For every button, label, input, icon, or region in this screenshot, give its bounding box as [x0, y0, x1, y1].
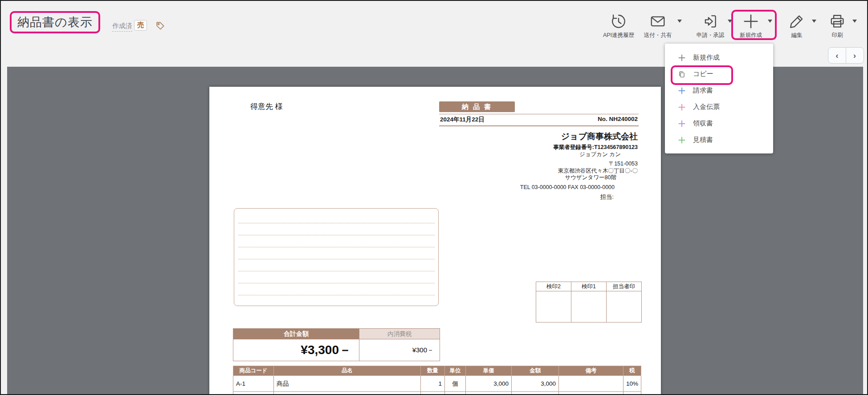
stamp-table: 検印2 検印1 担当者印 — [536, 282, 642, 322]
col-header: 金額 — [512, 366, 559, 376]
submit-icon — [702, 13, 718, 29]
send-share-label: 送付・共有 — [644, 32, 672, 39]
company-name: ジョブ商事株式会社 — [520, 131, 638, 142]
item-qty: 1 — [421, 376, 445, 392]
col-header: 備考 — [559, 366, 623, 376]
chevron-right-icon: › — [853, 51, 856, 60]
item-price: 3,000 — [466, 376, 512, 392]
company-telfax: TEL 03-0000-0000 FAX 03-0000-0000 — [520, 184, 638, 191]
ruled-line — [238, 271, 435, 271]
document-header: 納 品 書 2024年11月22日 No. NH240002 — [439, 101, 639, 126]
menu-item-copy[interactable]: コピー — [665, 66, 773, 82]
plus-icon — [678, 104, 685, 111]
stamp-cell — [536, 291, 571, 322]
stamp-header: 担当者印 — [607, 282, 642, 291]
col-header: 品名 — [274, 366, 421, 376]
table-row: A-1 商品 1 個 3,000 3,000 10% — [233, 376, 641, 392]
document-date: 2024年11月22日 — [440, 116, 485, 124]
apply-approve-label: 申請・承認 — [697, 32, 725, 39]
col-header: 単位 — [445, 366, 466, 376]
document-title: 納 品 書 — [439, 101, 515, 112]
item-code: A-1 — [233, 376, 274, 392]
menu-item-quotation[interactable]: 見積書 — [665, 132, 773, 148]
document-number: No. NH240002 — [598, 116, 638, 124]
ruled-line — [238, 235, 435, 235]
history-icon — [611, 13, 627, 29]
api-history-label: API連携履歴 — [603, 32, 634, 39]
menu-item-label: 見積書 — [693, 136, 713, 144]
plus-icon — [678, 54, 685, 61]
ruled-line — [238, 283, 435, 283]
menu-item-create-new[interactable]: 新規作成 — [665, 49, 773, 66]
plus-icon — [678, 87, 685, 94]
apply-approve-button[interactable]: 申請・承認 — [691, 13, 730, 39]
total-amount-value: ¥3,300－ — [233, 339, 359, 361]
edit-button[interactable]: 編集 — [784, 13, 809, 39]
ruled-line — [238, 295, 435, 295]
col-header: 数量 — [421, 366, 445, 376]
tag-icon[interactable] — [155, 21, 165, 33]
pencil-icon — [789, 13, 805, 29]
menu-item-label: 請求書 — [693, 86, 713, 95]
ruled-line — [238, 247, 435, 247]
prev-page-button[interactable]: ‹ — [828, 47, 846, 64]
page-title-highlight: 納品書の表示 — [10, 11, 100, 33]
item-name: 商品 — [274, 376, 421, 392]
copy-icon — [678, 70, 685, 78]
chevron-down-icon[interactable] — [677, 20, 682, 23]
company-person: ジョブカン カン — [520, 151, 638, 158]
company-address2: サウザンタワー80階 — [520, 174, 638, 181]
next-page-button[interactable]: › — [846, 47, 864, 64]
menu-item-label: コピー — [693, 70, 713, 78]
create-new-highlight — [731, 10, 777, 40]
menu-item-label: 入金伝票 — [693, 103, 720, 111]
chevron-down-icon[interactable] — [812, 20, 816, 23]
print-button[interactable]: 印刷 — [825, 13, 850, 39]
col-header: 税 — [623, 366, 641, 376]
items-table: 商品コード 品名 数量 単位 単価 金額 備考 税 A-1 商品 1 個 3,0… — [233, 366, 641, 394]
sale-badge: 売 — [134, 20, 147, 31]
total-amount-header: 合計金額 — [233, 329, 359, 339]
divider — [439, 125, 639, 126]
col-header: 単価 — [466, 366, 512, 376]
company-registration: 事業者登録番号:T1234567890123 — [520, 144, 638, 151]
ruled-line — [238, 259, 435, 259]
menu-item-receipt[interactable]: 領収書 — [665, 115, 773, 132]
status-badge[interactable]: 作成済 — [112, 22, 132, 32]
item-unit: 個 — [445, 376, 466, 392]
printer-icon — [829, 13, 845, 29]
send-share-button[interactable]: 送付・共有 — [640, 13, 676, 39]
issuer-block: ジョブ商事株式会社 事業者登録番号:T1234567890123 ジョブカン カ… — [520, 131, 638, 201]
envelope-icon — [650, 13, 666, 29]
print-label: 印刷 — [832, 32, 843, 39]
item-amount: 3,000 — [512, 376, 559, 392]
create-new-menu: 新規作成 コピー 請求書 入金伝票 領収書 見積書 — [665, 44, 773, 153]
page-pager: ‹ › — [828, 47, 864, 64]
table-row — [233, 392, 641, 395]
item-tax: 10% — [623, 376, 641, 392]
delivery-note-page: 得意先 様 納 品 書 2024年11月22日 No. NH240002 ジョブ… — [209, 87, 661, 394]
chevron-down-icon[interactable] — [852, 20, 857, 23]
api-history-button[interactable]: API連携履歴 — [600, 13, 637, 39]
items-header-row: 商品コード 品名 数量 単位 単価 金額 備考 税 — [233, 366, 641, 376]
plus-icon — [678, 120, 685, 127]
page-title: 納品書の表示 — [17, 14, 93, 30]
edit-label: 編集 — [791, 32, 803, 39]
tax-value: ¥300－ — [359, 339, 440, 361]
contact-label: 担当: — [520, 193, 638, 201]
menu-item-invoice[interactable]: 請求書 — [665, 82, 773, 99]
totals-table: 合計金額 内消費税 ¥3,300－ ¥300－ — [233, 328, 440, 361]
stamp-cell — [607, 291, 642, 322]
stamp-header: 検印1 — [571, 282, 607, 291]
plus-icon — [678, 137, 685, 144]
stamp-header: 検印2 — [536, 282, 571, 291]
item-note — [559, 376, 623, 392]
stamp-cell — [571, 291, 607, 322]
recipient-label: 得意先 様 — [250, 101, 283, 112]
company-postal: 〒151-0053 — [520, 161, 638, 168]
company-address1: 東京都渋谷区代々木〇丁目〇-〇 — [520, 168, 638, 175]
remarks-box — [234, 208, 439, 306]
menu-item-deposit-slip[interactable]: 入金伝票 — [665, 99, 773, 115]
menu-item-label: 新規作成 — [693, 53, 720, 62]
tax-header: 内消費税 — [359, 329, 440, 339]
